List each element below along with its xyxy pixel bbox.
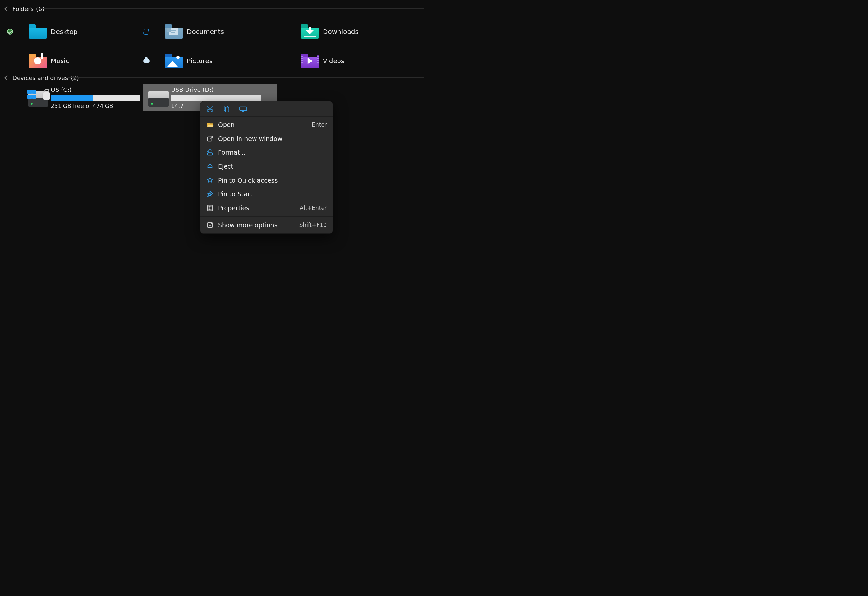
drive-name: OS (C:) — [51, 86, 140, 93]
context-menu[interactable]: Open Enter Open in new window Format... — [200, 101, 333, 234]
menu-label: Open — [218, 121, 307, 129]
open-icon — [206, 121, 214, 128]
menu-item-properties[interactable]: Properties Alt+Enter — [201, 201, 333, 215]
divider — [68, 77, 424, 78]
format-icon — [206, 149, 214, 156]
group-header-folders[interactable]: Folders (6) — [4, 5, 44, 13]
properties-icon — [206, 204, 214, 212]
status-cell — [143, 59, 163, 63]
folder-icon-pictures — [163, 54, 184, 68]
status-checked-icon — [7, 29, 13, 34]
status-cloud-icon — [143, 59, 150, 63]
drive-icon-usb-d — [146, 86, 171, 110]
group-title: Folders — [12, 5, 34, 13]
svg-rect-3 — [225, 107, 229, 112]
cut-icon[interactable] — [206, 105, 214, 112]
menu-label: Pin to Quick access — [218, 176, 322, 184]
folder-label: Documents — [184, 27, 279, 36]
open-new-window-icon — [206, 135, 214, 142]
menu-item-show-more-options[interactable]: Show more options Shift+F10 — [201, 218, 333, 232]
svg-point-9 — [209, 208, 209, 208]
folder-item-downloads[interactable]: Downloads — [279, 17, 415, 46]
copy-icon[interactable] — [223, 105, 230, 112]
chevron-down-icon — [4, 75, 10, 80]
folder-label: Pictures — [184, 57, 279, 65]
drive-icon-os-c — [25, 86, 51, 110]
menu-item-open-new-window[interactable]: Open in new window — [201, 132, 333, 146]
group-count: (2) — [71, 74, 79, 82]
menu-item-pin-to-start[interactable]: Pin to Start — [201, 187, 333, 201]
folder-icon-desktop — [27, 24, 48, 39]
menu-item-format[interactable]: Format... — [201, 146, 333, 159]
rename-icon[interactable] — [239, 105, 247, 112]
menu-item-pin-quick-access[interactable]: Pin to Quick access — [201, 174, 333, 187]
menu-label: Eject — [218, 162, 322, 171]
menu-accel: Shift+F10 — [300, 221, 327, 229]
folder-item-music[interactable]: Music — [7, 46, 143, 75]
drive-subtext: 251 GB free of 474 GB — [51, 103, 140, 110]
eject-icon — [206, 163, 214, 170]
group-header-drives[interactable]: Devices and drives (2) — [4, 74, 79, 82]
svg-rect-6 — [208, 153, 213, 155]
status-cell — [143, 29, 163, 34]
bitlocker-lock-icon — [41, 89, 50, 100]
folder-item-documents[interactable]: Documents — [143, 17, 279, 46]
chevron-down-icon — [4, 6, 10, 12]
show-more-icon — [206, 221, 214, 229]
folder-icon-videos — [300, 54, 320, 68]
folder-icon-downloads — [300, 24, 320, 39]
menu-accel: Enter — [312, 121, 327, 128]
folder-label: Music — [48, 57, 143, 65]
context-menu-quick-actions — [201, 101, 333, 117]
menu-label: Open in new window — [218, 135, 322, 143]
pin-star-icon — [206, 177, 214, 184]
svg-point-8 — [209, 207, 209, 207]
drive-item-os-c[interactable]: OS (C:) 251 GB free of 474 GB — [23, 84, 143, 111]
group-title: Devices and drives — [12, 74, 68, 82]
drive-usage-bar — [171, 95, 261, 100]
folder-icon-music — [27, 54, 48, 68]
menu-label: Show more options — [218, 221, 295, 229]
svg-point-10 — [209, 209, 209, 209]
menu-item-open[interactable]: Open Enter — [201, 118, 333, 132]
folder-item-pictures[interactable]: Pictures — [143, 46, 279, 75]
folder-item-videos[interactable]: Videos — [279, 46, 415, 75]
menu-label: Format... — [218, 148, 322, 156]
drive-usage-bar — [51, 95, 140, 100]
pin-pushpin-icon — [206, 191, 214, 198]
divider — [39, 9, 424, 9]
folder-label: Downloads — [320, 27, 415, 36]
folder-label: Videos — [320, 57, 415, 65]
folder-item-desktop[interactable]: Desktop — [7, 17, 143, 46]
status-sync-icon — [143, 29, 149, 34]
menu-accel: Alt+Enter — [300, 204, 327, 212]
group-count: (6) — [36, 5, 44, 13]
folder-label: Desktop — [48, 27, 143, 36]
folder-icon-documents — [163, 24, 184, 39]
menu-label: Pin to Start — [218, 190, 322, 198]
windows-logo-overlay-icon — [27, 90, 37, 99]
menu-separator — [201, 217, 333, 217]
drive-name: USB Drive (D:) — [171, 86, 274, 93]
menu-item-eject[interactable]: Eject — [201, 159, 333, 174]
status-cell — [7, 29, 27, 34]
menu-label: Properties — [218, 204, 295, 212]
